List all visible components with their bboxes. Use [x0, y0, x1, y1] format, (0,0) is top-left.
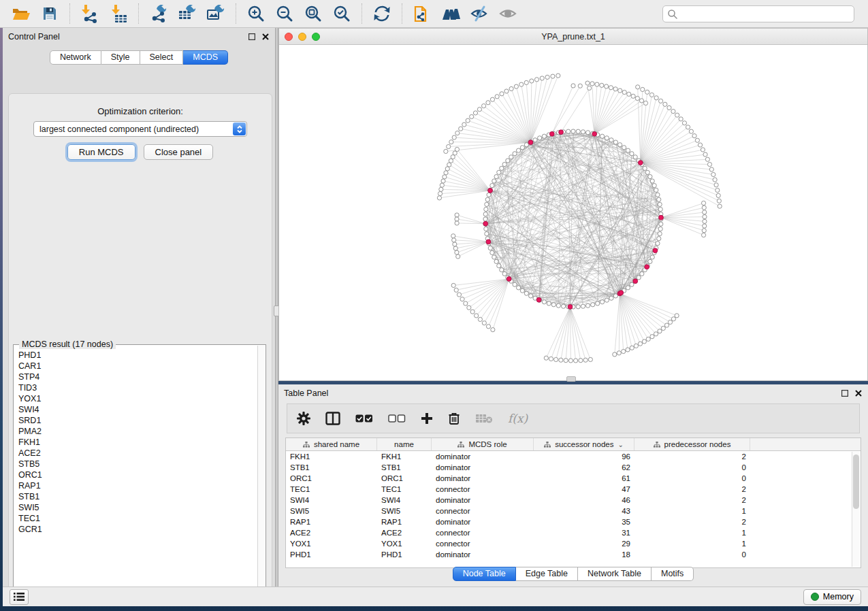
table-panel-title: Table Panel	[284, 389, 328, 398]
import-network-icon[interactable]	[78, 3, 101, 24]
table-row[interactable]: ORC1ORC1dominator610	[286, 473, 861, 484]
search-input[interactable]	[678, 7, 854, 21]
zoom-out-icon[interactable]	[273, 3, 296, 24]
refresh-icon[interactable]	[370, 3, 393, 24]
mcds-result-list[interactable]: PHD1CAR1STP4TID3YOX1SWI4SRD1PMA2FKH1ACE2…	[14, 347, 257, 596]
show-annotations-icon[interactable]	[496, 3, 519, 24]
tab-edge-table[interactable]: Edge Table	[516, 567, 578, 581]
zoom-selected-icon[interactable]	[330, 3, 353, 24]
mcds-result-item[interactable]: CAR1	[18, 361, 257, 371]
mcds-result-item[interactable]: ORC1	[18, 469, 257, 480]
export-table-icon[interactable]	[176, 3, 199, 24]
mcds-result-item[interactable]: PMA2	[18, 426, 257, 437]
save-icon[interactable]	[38, 3, 61, 24]
table-row[interactable]: RAP1RAP1dominator352	[286, 516, 861, 527]
float-panel-icon[interactable]	[841, 389, 849, 397]
export-network-icon[interactable]	[147, 3, 170, 24]
mcds-result-item[interactable]: TEC1	[18, 513, 257, 524]
table-cell: 0	[634, 474, 750, 482]
table-cell: dominator	[432, 496, 534, 504]
mcds-result-item[interactable]: TID3	[18, 382, 257, 393]
table-cell: 62	[534, 463, 634, 472]
mcds-result-item[interactable]: STP4	[18, 371, 257, 382]
open-folder-icon[interactable]	[10, 3, 33, 24]
table-cell: connector	[432, 485, 534, 493]
mcds-result-item[interactable]: SRD1	[18, 415, 257, 426]
mcds-list-scrollbar[interactable]	[257, 346, 265, 596]
mcds-result-item[interactable]: FKH1	[18, 437, 257, 448]
toolbar-separator	[402, 3, 402, 24]
table-cell: RAP1	[286, 518, 377, 526]
mcds-result-item[interactable]: STB1	[18, 491, 257, 502]
import-table-icon[interactable]	[107, 3, 130, 24]
gear-icon[interactable]	[297, 412, 310, 425]
close-panel-icon[interactable]	[854, 389, 863, 397]
run-mcds-button[interactable]: Run MCDS	[67, 144, 135, 160]
column-header-MCDS-role[interactable]: MCDS role	[432, 438, 534, 450]
mcds-result-item[interactable]: GCR1	[18, 524, 257, 535]
network-graph[interactable]	[279, 45, 867, 380]
tab-network-table[interactable]: Network Table	[578, 567, 652, 581]
table-cell: ORC1	[286, 474, 377, 482]
select-all-checkboxes-icon[interactable]	[355, 414, 373, 423]
mcds-result-item[interactable]: RAP1	[18, 480, 257, 491]
optimization-criterion-select[interactable]: largest connected component (undirected)	[33, 121, 247, 137]
column-header-name[interactable]: name	[377, 438, 432, 450]
mcds-result-item[interactable]: SWI4	[18, 404, 257, 415]
network-window-titlebar[interactable]: YPA_prune.txt_1	[279, 29, 867, 45]
tab-node-table[interactable]: Node Table	[453, 567, 516, 581]
table-row[interactable]: FKH1FKH1dominator962	[286, 451, 861, 462]
hide-annotations-icon[interactable]	[468, 3, 491, 24]
horizontal-splitter-handle[interactable]	[566, 376, 576, 382]
export-image-icon[interactable]	[204, 3, 227, 24]
zoom-in-icon[interactable]	[244, 3, 268, 24]
toolbar-separator	[138, 3, 139, 24]
table-row[interactable]: ACE2ACE2connector311	[286, 527, 861, 538]
scrollbar-thumb[interactable]	[853, 455, 859, 509]
task-history-button[interactable]	[10, 589, 29, 605]
tab-select[interactable]: Select	[140, 50, 184, 65]
node-table-scrollbar[interactable]	[852, 452, 860, 567]
optimization-criterion-value: largest connected component (undirected)	[39, 125, 199, 134]
table-row[interactable]: STB1STB1dominator620	[286, 462, 861, 473]
tab-motifs[interactable]: Motifs	[652, 567, 694, 581]
add-column-icon[interactable]	[421, 412, 433, 425]
control-panel: Control Panel NetworkStyleSelectMCDS Opt…	[3, 28, 275, 587]
search-box[interactable]	[662, 5, 854, 22]
tab-network[interactable]: Network	[50, 50, 101, 65]
float-panel-icon[interactable]	[248, 33, 256, 41]
column-header-predecessor-nodes[interactable]: predecessor nodes	[634, 438, 750, 450]
split-columns-icon[interactable]	[325, 412, 340, 425]
zoom-fit-icon[interactable]	[302, 3, 325, 24]
network-canvas[interactable]	[279, 45, 867, 380]
control-panel-tabs: NetworkStyleSelectMCDS	[3, 50, 275, 65]
share-document-icon[interactable]	[411, 3, 434, 24]
mcds-result-groupbox: MCDS result (17 nodes) PHD1CAR1STP4TID3Y…	[13, 344, 266, 597]
mcds-result-item[interactable]: STB5	[18, 459, 257, 469]
table-row[interactable]: YOX1YOX1connector291	[286, 538, 861, 549]
table-cell: STB1	[286, 463, 377, 472]
column-header-label: name	[394, 440, 414, 448]
mcds-result-item[interactable]: SWI5	[18, 502, 257, 513]
memory-button[interactable]: Memory	[803, 589, 861, 605]
tab-mcds[interactable]: MCDS	[183, 50, 228, 65]
mcds-result-item[interactable]: ACE2	[18, 448, 257, 459]
tab-style[interactable]: Style	[101, 50, 140, 65]
deselect-all-checkboxes-icon[interactable]	[388, 414, 406, 423]
mcds-result-item[interactable]: YOX1	[18, 393, 257, 404]
column-type-icon	[303, 442, 310, 448]
close-panel-icon[interactable]	[261, 33, 270, 41]
close-panel-button[interactable]: Close panel	[144, 144, 214, 160]
table-row[interactable]: TEC1TEC1connector472	[286, 484, 861, 495]
table-cell: 1	[634, 529, 750, 537]
toolbar-separator	[361, 3, 362, 24]
column-header-shared-name[interactable]: shared name	[286, 438, 377, 450]
binoculars-icon[interactable]	[439, 3, 462, 24]
delete-column-icon[interactable]	[448, 412, 460, 425]
table-row[interactable]: SWI4SWI4dominator462	[286, 495, 861, 506]
mcds-result-item[interactable]: PHD1	[18, 350, 257, 361]
status-bar: Memory	[3, 587, 868, 606]
table-row[interactable]: SWI5SWI5connector431	[286, 506, 861, 516]
table-row[interactable]: PHD1PHD1dominator180	[286, 549, 861, 560]
column-header-successor-nodes[interactable]: successor nodes⌄	[534, 438, 634, 450]
